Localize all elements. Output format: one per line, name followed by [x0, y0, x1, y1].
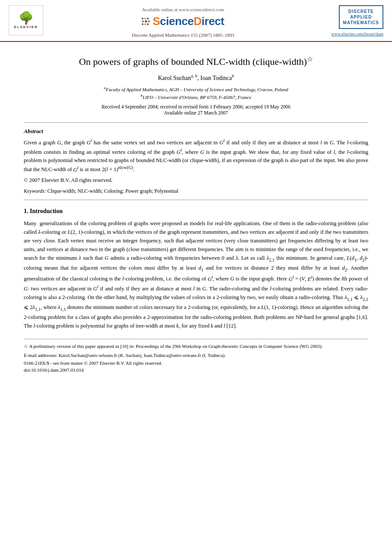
section-1-number: 1.: [24, 208, 29, 214]
doi-line: doi:10.1016/j.dam.2007.03.014: [24, 367, 368, 373]
sciencedirect-logo: ScienceDirect: [142, 15, 224, 28]
sciencedirect-text: ScienceDirect: [153, 15, 224, 28]
affil-b-text: LIFO – Université d'Orléans, BP 6759, F-…: [143, 94, 251, 99]
authors-line: Karol Suchana, b, Ioan Todincab: [24, 73, 368, 82]
section-1-title: 1. Introduction: [24, 208, 368, 215]
paper-header: On powers of graphs of bounded NLC-width…: [24, 55, 368, 115]
sd-dot: [142, 18, 143, 19]
sd-dots-icon: [142, 18, 150, 25]
copyright-line: 0166-218X/$ - see front matter © 2007 El…: [24, 360, 368, 366]
journal-title-box: DISCRETE APPLIED MATHEMATICS: [339, 5, 383, 29]
paper-title: On powers of graphs of bounded NLC-width…: [24, 55, 368, 68]
keywords-text: Clique-width; NLC-width; Coloring; Power…: [48, 188, 178, 194]
available-online-text: Available online at www.sciencedirect.co…: [142, 7, 224, 12]
sd-dot: [142, 20, 144, 22]
journal-url[interactable]: www.elsevier.com/locate/dam: [331, 32, 383, 36]
page-header: 🌳 ELSEVIER Available online at www.scien…: [0, 0, 392, 42]
star-footnote-star: ☆: [24, 344, 29, 349]
journal-title-line1: DISCRETE: [343, 9, 379, 14]
sd-dot: [144, 18, 146, 19]
abstract-body: Given a graph G, the graph Gl has the sa…: [24, 137, 368, 174]
header-right: DISCRETE APPLIED MATHEMATICS www.elsevie…: [323, 5, 383, 36]
sd-dot: [145, 20, 147, 22]
tree-icon: 🌳: [19, 12, 34, 24]
available-online-date: Available online 27 March 2007: [24, 110, 368, 115]
affil-a-text: Faculty of Applied Mathematics, AGH – Un…: [106, 86, 288, 92]
keywords-label: Keywords:: [24, 188, 46, 194]
journal-subtitle: Discrete Applied Mathematics 155 (2007) …: [132, 32, 234, 38]
sd-dot: [147, 18, 149, 19]
star-footnote: ☆ A preliminary version of this paper ap…: [24, 343, 368, 350]
author-1-name: Karol Suchan: [158, 75, 191, 81]
journal-title-line2: APPLIED: [343, 14, 379, 20]
sd-dot: [144, 23, 146, 25]
elsevier-logo: 🌳 ELSEVIER: [9, 5, 43, 35]
main-content: On powers of graphs of bounded NLC-width…: [0, 42, 392, 381]
sd-dot: [142, 23, 143, 25]
abstract-section: Abstract Given a graph G, the graph Gl h…: [24, 128, 368, 194]
affiliations: aFaculty of Applied Mathematics, AGH – U…: [24, 85, 368, 101]
elsevier-wordmark: ELSEVIER: [14, 25, 38, 29]
abstract-label: Abstract: [24, 128, 368, 135]
author-1-sup: a, b: [191, 73, 197, 78]
paper-title-text: On powers of graphs of bounded NLC-width…: [79, 56, 307, 67]
sd-dot: [148, 20, 150, 22]
section-1-title-text: Introduction: [30, 208, 63, 214]
keywords-line: Keywords: Clique-width; NLC-width; Color…: [24, 188, 368, 194]
section-1: 1. Introduction Many generalizations of …: [24, 208, 368, 330]
author-2-name: Ioan Todinca: [201, 75, 232, 81]
header-center: Available online at www.sciencedirect.co…: [43, 5, 323, 38]
email-footnote: E-mail addresses: Karol.Suchan@univ-orle…: [24, 352, 368, 359]
author-2-sup: b: [232, 73, 234, 78]
received-date: Received 4 September 2004; received in r…: [24, 104, 368, 109]
footnote-star: ☆: [307, 55, 313, 63]
abstract-copyright: © 2007 Elsevier B.V. All rights reserved…: [24, 176, 368, 185]
section-1-para-1: Many generalizations of the coloring pro…: [24, 219, 368, 330]
sd-dot: [147, 23, 149, 25]
divider-2: [24, 200, 368, 200]
divider-1: [24, 122, 368, 123]
journal-title-line3: MATHEMATICS: [343, 20, 379, 25]
star-footnote-text: A preliminary version of this paper appe…: [29, 344, 322, 349]
footnote-section: ☆ A preliminary version of this paper ap…: [24, 339, 368, 373]
